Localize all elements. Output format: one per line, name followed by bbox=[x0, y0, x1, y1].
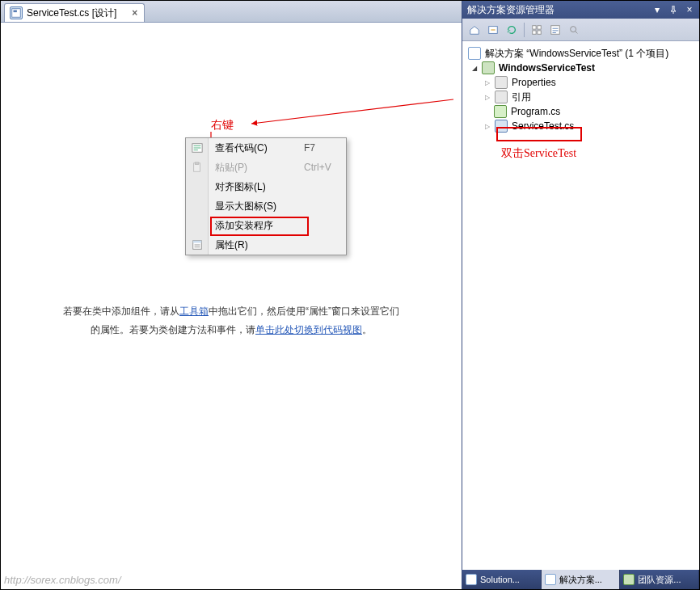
svg-rect-10 bbox=[533, 25, 536, 28]
node-label: ServiceTest.cs bbox=[510, 120, 576, 132]
tree-node-solution[interactable]: 解决方案 “WindowsServiceTest” (1 个项目) bbox=[464, 46, 698, 61]
node-label: 引用 bbox=[510, 91, 533, 104]
toolbar-home-button[interactable] bbox=[466, 21, 483, 39]
designer-surface[interactable]: 右键 查看代码(C) F7 bbox=[1, 22, 462, 589]
design-file-icon bbox=[10, 6, 23, 19]
menu-item-label: 粘贴(P) bbox=[209, 161, 304, 175]
bottom-tab-solution-zh[interactable]: 解决方案... bbox=[542, 570, 621, 589]
toolbar-collapse-button[interactable] bbox=[484, 21, 502, 39]
switch-to-code-link[interactable]: 单击此处切换到代码视图 bbox=[255, 324, 362, 335]
toolbar-refresh-button[interactable] bbox=[503, 21, 521, 39]
panel-title-bar[interactable]: 解决方案资源管理器 ▾ × bbox=[462, 1, 699, 19]
watermark: http://sorex.cnblogs.com/ bbox=[4, 574, 121, 586]
menu-item-align-icons[interactable]: 对齐图标(L) bbox=[186, 177, 346, 196]
tab-label: 团队资源... bbox=[638, 574, 681, 586]
menu-item-add-installer[interactable]: 添加安装程序 bbox=[186, 216, 346, 235]
menu-item-label: 属性(R) bbox=[209, 238, 304, 252]
menu-shortcut: Ctrl+V bbox=[304, 162, 346, 173]
expander-icon[interactable] bbox=[483, 78, 492, 87]
paste-icon bbox=[186, 158, 209, 177]
tab-label: Solution... bbox=[480, 575, 520, 584]
node-label: WindowsServiceTest bbox=[497, 62, 597, 74]
panel-bottom-tabs: Solution... 解决方案... 团队资源... bbox=[462, 570, 699, 589]
menu-item-view-code[interactable]: 查看代码(C) F7 bbox=[186, 138, 346, 158]
toolbox-link[interactable]: 工具箱 bbox=[179, 306, 209, 317]
design-file-icon bbox=[495, 120, 508, 133]
references-icon bbox=[495, 91, 508, 103]
menu-item-label: 查看代码(C) bbox=[209, 141, 304, 155]
toolbar-properties-button[interactable] bbox=[546, 21, 564, 39]
bottom-tab-solution-en[interactable]: Solution... bbox=[462, 570, 542, 589]
node-label: Program.cs bbox=[509, 106, 562, 117]
panel-toolbar bbox=[462, 19, 699, 41]
svg-rect-6 bbox=[195, 162, 198, 165]
solution-tree[interactable]: 解决方案 “WindowsServiceTest” (1 个项目) Window… bbox=[462, 41, 699, 570]
svg-line-2 bbox=[251, 99, 453, 124]
tree-node-references[interactable]: 引用 bbox=[464, 90, 698, 104]
solution-icon bbox=[466, 574, 477, 585]
node-label: Properties bbox=[510, 77, 558, 88]
editor-tab-label: ServiceTest.cs [设计] bbox=[27, 6, 116, 20]
editor-tab-servicetest[interactable]: ServiceTest.cs [设计] × bbox=[4, 3, 145, 22]
svg-rect-1 bbox=[14, 11, 17, 13]
tab-label: 解决方案... bbox=[559, 574, 602, 586]
close-icon[interactable]: × bbox=[132, 7, 137, 19]
tree-node-project[interactable]: WindowsServiceTest bbox=[464, 61, 698, 75]
menu-item-label: 对齐图标(L) bbox=[209, 180, 304, 194]
context-menu: 查看代码(C) F7 粘贴(P) Ctrl+V 对齐图标(L) bbox=[185, 137, 347, 255]
menu-item-properties[interactable]: 属性(R) bbox=[186, 235, 346, 255]
solution-explorer-panel: 解决方案资源管理器 ▾ × 解决方案 “WindowsServiceTest” … bbox=[462, 1, 699, 589]
annotation-double-click: 双击ServiceTest bbox=[501, 146, 576, 161]
pin-icon[interactable] bbox=[667, 3, 680, 16]
team-explorer-icon bbox=[623, 574, 635, 585]
svg-rect-13 bbox=[538, 30, 541, 33]
blank-icon bbox=[186, 216, 209, 235]
expander-icon[interactable] bbox=[483, 92, 492, 102]
properties-folder-icon bbox=[495, 76, 508, 89]
annotation-right-click: 右键 bbox=[211, 118, 234, 133]
code-icon bbox=[186, 138, 209, 158]
csharp-file-icon bbox=[494, 105, 507, 118]
svg-rect-0 bbox=[12, 9, 21, 18]
solution-icon bbox=[545, 574, 556, 585]
node-label: 解决方案 “WindowsServiceTest” (1 个项目) bbox=[483, 47, 670, 61]
tree-node-program-cs[interactable]: Program.cs bbox=[464, 104, 698, 119]
toolbar-view-button[interactable] bbox=[565, 21, 583, 39]
blank-icon bbox=[186, 177, 209, 196]
svg-point-15 bbox=[571, 26, 576, 32]
menu-item-label: 添加安装程序 bbox=[209, 219, 304, 233]
svg-rect-8 bbox=[192, 241, 201, 243]
panel-title: 解决方案资源管理器 bbox=[467, 3, 647, 17]
editor-tab-strip: ServiceTest.cs [设计] × bbox=[1, 1, 462, 22]
blank-icon bbox=[186, 196, 209, 216]
menu-item-label: 显示大图标(S) bbox=[209, 200, 304, 213]
toolbar-separator bbox=[524, 23, 525, 37]
designer-guidance-text: 若要在类中添加组件，请从工具箱中拖出它们，然后使用“属性”窗口来设置它们 的属性… bbox=[1, 302, 462, 339]
solution-icon bbox=[468, 47, 481, 60]
svg-rect-12 bbox=[533, 30, 536, 33]
dropdown-icon[interactable]: ▾ bbox=[651, 3, 664, 16]
editor-area: ServiceTest.cs [设计] × 右键 bbox=[1, 1, 462, 589]
properties-icon bbox=[186, 235, 209, 255]
menu-shortcut: F7 bbox=[304, 142, 346, 154]
project-icon bbox=[482, 61, 495, 74]
menu-item-large-icons[interactable]: 显示大图标(S) bbox=[186, 196, 346, 216]
tree-node-properties[interactable]: Properties bbox=[464, 75, 698, 90]
close-icon[interactable]: × bbox=[683, 3, 696, 16]
expander-icon[interactable] bbox=[470, 63, 479, 73]
menu-item-paste[interactable]: 粘贴(P) Ctrl+V bbox=[186, 158, 346, 177]
bottom-tab-team-explorer[interactable]: 团队资源... bbox=[620, 570, 699, 589]
toolbar-showall-button[interactable] bbox=[528, 21, 546, 39]
tree-node-servicetest-cs[interactable]: ServiceTest.cs bbox=[464, 119, 698, 133]
expander-icon[interactable] bbox=[483, 121, 492, 131]
svg-rect-11 bbox=[538, 25, 541, 28]
